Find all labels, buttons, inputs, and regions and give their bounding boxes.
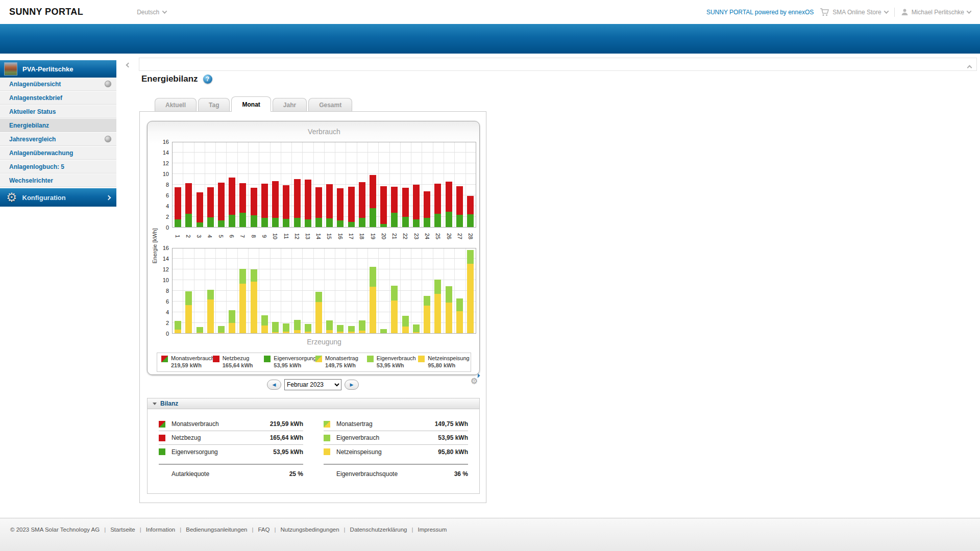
language-label: Deutsch (137, 9, 159, 16)
sidebar-item[interactable]: Jahresvergleich (0, 133, 116, 146)
bilanz-value: 165,64 kWh (270, 434, 303, 441)
collapse-triangle-icon (153, 403, 157, 405)
plant-header[interactable]: PVA-Perlitschke (0, 60, 116, 78)
tab-jahr[interactable]: Jahr (273, 98, 307, 111)
sidebar-item[interactable]: Anlagenübersicht (0, 78, 116, 91)
bilanz-header[interactable]: Bilanz (147, 398, 480, 409)
x-tick-5: 5 (215, 231, 226, 246)
y-axis-label: Energie [kWh] (152, 195, 158, 297)
bar-day-7 (237, 142, 248, 227)
tab-aktuell[interactable]: Aktuell (155, 98, 197, 111)
legend-item: Eigenversorgung53,95 kWh (264, 355, 315, 368)
x-tick-10: 10 (270, 231, 281, 246)
bar-day-21 (389, 248, 400, 333)
bar-day-25 (432, 248, 443, 333)
tab-content-panel: Verbrauch 1614121086420 1234567891011121… (139, 111, 486, 503)
collapse-up-button[interactable] (968, 62, 971, 71)
legend-chip-self_supply (264, 356, 271, 362)
footer-link[interactable]: Datenschutzerklärung (350, 527, 407, 533)
bilanz-row: Eigenverbrauch53,95 kWh (324, 431, 468, 445)
legend-item: Netzeinspeisung95,80 kWh (418, 355, 470, 368)
main-nav-band (0, 24, 980, 54)
sidebar-item-label: Anlagenübersicht (9, 81, 61, 88)
x-tick-19: 19 (368, 231, 378, 246)
powered-by-link[interactable]: SUNNY PORTAL powered by ennexOS (706, 9, 814, 16)
chevron-down-icon (967, 9, 972, 14)
generation-plot (172, 248, 476, 334)
bar-day-25 (432, 142, 443, 227)
bar-day-2 (183, 142, 194, 227)
bilanz-left: Monatsverbrauch219,59 kWhNetzbezug165,64… (159, 417, 303, 459)
bar-day-18 (357, 248, 368, 333)
autarky-value: 25 % (289, 470, 303, 478)
user-icon (901, 8, 909, 16)
bar-day-24 (422, 142, 432, 227)
bilanz-row: Monatsverbrauch219,59 kWh (159, 417, 303, 431)
bilanz-chip-yield (324, 421, 330, 428)
bar-day-20 (378, 142, 389, 227)
x-tick-14: 14 (313, 231, 324, 246)
bilanz-label: Netzeinspeisung (336, 448, 382, 456)
user-name: Michael Perlitschke (912, 9, 964, 16)
bilanz-label: Eigenversorgung (172, 448, 218, 456)
footer-link[interactable]: FAQ (258, 527, 270, 533)
bar-day-5 (216, 248, 227, 333)
divider: | (274, 527, 276, 533)
previous-month-button[interactable]: ◀ (267, 380, 281, 390)
sidebar-item-label: Wechselrichter (9, 177, 53, 184)
sidebar-item[interactable]: Wechselrichter (0, 174, 116, 187)
bilanz-title: Bilanz (160, 400, 178, 407)
bilanz-row: Eigenversorgung53,95 kWh (159, 445, 303, 459)
bilanz-label: Netzbezug (172, 434, 201, 441)
x-tick-7: 7 (237, 231, 248, 246)
divider: | (104, 527, 106, 533)
help-icon[interactable] (203, 74, 212, 84)
tab-gesamt[interactable]: Gesamt (308, 98, 352, 111)
footer-link[interactable]: Impressum (418, 527, 447, 533)
footer-link[interactable]: Information (146, 527, 176, 533)
bar-day-2 (183, 248, 194, 333)
sidebar-collapse-button[interactable] (123, 60, 133, 70)
user-menu[interactable]: Michael Perlitschke (901, 8, 971, 16)
sidebar-item[interactable]: Anlagensteckbrief (0, 91, 116, 105)
x-tick-9: 9 (259, 231, 270, 246)
legend-item: Eigenverbrauch53,95 kWh (367, 355, 419, 368)
bar-day-13 (303, 142, 313, 227)
bar-day-10 (270, 142, 281, 227)
generation-chart-title: Erzeugung (172, 338, 476, 346)
online-store-link[interactable]: SMA Online Store (820, 8, 888, 16)
sidebar-item[interactable]: Energiebilanz (0, 119, 116, 132)
language-selector[interactable]: Deutsch (137, 9, 166, 16)
bilanz-row: Monatsertrag149,75 kWh (324, 417, 468, 431)
sidebar-item[interactable]: Anlagenüberwachung (0, 146, 116, 160)
y-tick: 12 (163, 160, 169, 167)
legend-item: Monatsverbrauch219,59 kWh (161, 355, 213, 368)
sidebar-item[interactable]: Aktueller Status (0, 105, 116, 118)
sidebar-item-konfiguration[interactable]: ⚙ Konfiguration (0, 188, 116, 207)
consumption-plot (172, 142, 476, 228)
x-tick-27: 27 (454, 231, 465, 246)
footer-link[interactable]: Bedienungsanleitungen (186, 527, 247, 533)
chart-settings-button[interactable]: ⚙ (471, 376, 478, 386)
footer-link[interactable]: Nutzungsbedingungen (280, 527, 339, 533)
bilanz-value: 95,80 kWh (438, 448, 468, 456)
bar-day-8 (249, 142, 259, 227)
divider: | (344, 527, 346, 533)
chevron-left-icon (126, 62, 131, 67)
legend-chip-consumption (161, 356, 168, 362)
footer-link[interactable]: Startseite (110, 527, 135, 533)
tab-monat[interactable]: Monat (231, 96, 271, 112)
tab-tag[interactable]: Tag (198, 98, 230, 111)
x-tick-23: 23 (411, 231, 422, 246)
legend-chip-feed_in (418, 356, 425, 362)
next-month-button[interactable]: ▶ (345, 380, 359, 390)
gear-icon: ⚙ (471, 377, 478, 385)
bar-day-17 (346, 142, 357, 227)
bar-day-12 (291, 142, 302, 227)
bar-day-28 (465, 248, 476, 333)
y-tick: 6 (166, 298, 169, 305)
period-select[interactable]: Februar 2023 (284, 379, 341, 390)
y-tick: 2 (166, 213, 169, 220)
sidebar-item[interactable]: Anlagenlogbuch: 5 (0, 160, 116, 173)
bar-day-16 (335, 142, 346, 227)
